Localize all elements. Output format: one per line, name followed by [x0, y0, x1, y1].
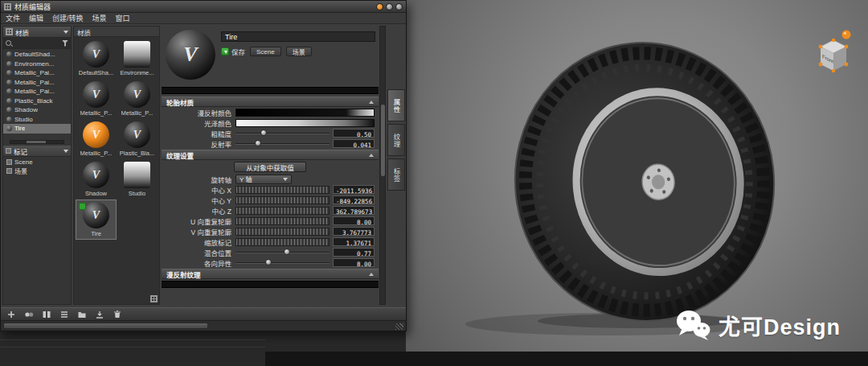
close-button[interactable]: [395, 3, 403, 10]
menu-item-1[interactable]: 编辑: [29, 13, 43, 23]
slider-track[interactable]: [235, 249, 330, 257]
param-label: 混合位置: [162, 248, 235, 257]
slider-handle[interactable]: [260, 130, 267, 136]
slider-handle[interactable]: [265, 259, 272, 265]
window-icon: [4, 3, 11, 10]
slider-handle[interactable]: [284, 249, 290, 255]
material-list-item[interactable]: Environmen...: [3, 60, 71, 69]
param-row: 旋转轴Y 轴: [162, 174, 379, 184]
tag-name: Scene: [14, 158, 33, 166]
import-icon[interactable]: [95, 310, 104, 319]
material-list-item[interactable]: Plastic_Black: [3, 97, 71, 106]
thumbnail-label: DefaultSha...: [79, 69, 113, 76]
tick-slider[interactable]: [235, 196, 330, 204]
material-list-item[interactable]: Metallic_Pai...: [3, 87, 71, 97]
menu-item-3[interactable]: 场景: [92, 13, 107, 23]
param-value-field[interactable]: 362.789673: [333, 206, 375, 215]
list-icon[interactable]: [59, 310, 69, 319]
scene-type-badge[interactable]: Scene: [250, 47, 281, 56]
slider-track[interactable]: [235, 140, 330, 148]
add-icon[interactable]: [6, 310, 16, 319]
tick-slider[interactable]: [235, 207, 330, 215]
slider-handle[interactable]: [255, 140, 261, 146]
param-value-field[interactable]: 8.00: [333, 258, 375, 267]
help-button[interactable]: [376, 3, 383, 10]
grid-view-icon[interactable]: [150, 295, 158, 302]
material-thumbnail[interactable]: VTire: [76, 200, 116, 239]
param-value-field[interactable]: 3.767773: [333, 227, 375, 236]
diffuse-color-bar[interactable]: [235, 109, 375, 117]
side-tab-1[interactable]: 纹理: [387, 124, 405, 156]
tags-header[interactable]: 标记: [3, 146, 71, 157]
section-diffuse-texture[interactable]: 漫反射纹理: [162, 269, 379, 279]
param-value-field[interactable]: 0.50: [333, 129, 375, 138]
filter-icon[interactable]: [62, 40, 68, 47]
slider-track[interactable]: [235, 130, 330, 138]
menu-item-0[interactable]: 文件: [6, 13, 20, 23]
thumbnail-grid: VDefaultSha...Environme...VMetallic_P...…: [74, 37, 159, 304]
viewport-3d[interactable]: Front 尤可Design: [406, 0, 868, 352]
side-tab-0[interactable]: 属性: [387, 89, 405, 121]
delete-icon[interactable]: [113, 310, 122, 319]
horizontal-scrollbar[interactable]: [1, 320, 406, 331]
material-thumbnail[interactable]: VDefaultSha...: [76, 39, 116, 78]
slider-track[interactable]: [235, 259, 330, 267]
param-value-field[interactable]: 8.00: [333, 216, 375, 225]
material-list-item[interactable]: Tire: [3, 124, 71, 134]
folder-add-icon[interactable]: [77, 310, 87, 319]
axis-dropdown[interactable]: Y 轴: [235, 175, 292, 184]
param-value-field[interactable]: 1.37671: [333, 237, 375, 246]
tick-slider[interactable]: [235, 217, 330, 225]
splitter-handle[interactable]: [27, 141, 46, 143]
material-name-input[interactable]: [221, 31, 375, 42]
section-tire-material[interactable]: 轮胎材质: [162, 97, 379, 107]
material-thumbnail[interactable]: Studio: [117, 160, 157, 199]
param-value-field[interactable]: 0.041: [333, 139, 375, 148]
tick-slider[interactable]: [235, 186, 330, 194]
search-input[interactable]: [13, 39, 60, 47]
menu-item-2[interactable]: 创建/转换: [52, 13, 84, 23]
tick-slider[interactable]: [235, 238, 330, 246]
material-thumbnail[interactable]: VPlastic_Bla...: [117, 120, 157, 158]
gloss-color-bar[interactable]: [235, 119, 375, 127]
param-value-field[interactable]: -849.22856: [333, 195, 375, 204]
material-thumbnail[interactable]: VMetallic_P...: [76, 80, 116, 118]
material-list-item[interactable]: Metallic_Pai...: [3, 68, 71, 78]
tag-list-item[interactable]: 场景: [3, 167, 71, 175]
window-toolbar: [1, 307, 406, 320]
section-texture-settings[interactable]: 纹理设置: [162, 150, 379, 160]
window-titlebar[interactable]: 材质编辑器: [1, 1, 406, 13]
material-list-item[interactable]: Studio: [3, 115, 71, 125]
get-from-object-button[interactable]: 从对象中获取值: [234, 162, 306, 172]
param-label: 中心 Y: [162, 195, 235, 205]
material-list-item[interactable]: DefaultShad...: [3, 50, 71, 60]
material-name: Shadow: [14, 106, 38, 113]
view-gizmo[interactable]: Front: [809, 27, 858, 79]
hscroll-handle[interactable]: [3, 323, 208, 329]
menu-item-4[interactable]: 窗口: [116, 13, 130, 23]
scrollbar-handle[interactable]: [381, 105, 385, 177]
material-list-item[interactable]: Metallic_Pai...: [3, 78, 71, 88]
scene-tag-badge[interactable]: 场景: [286, 47, 312, 56]
columns-icon[interactable]: [42, 310, 51, 319]
save-icon: [221, 47, 229, 56]
material-list-item[interactable]: Shadow: [3, 105, 71, 115]
tag-list-item[interactable]: Scene: [3, 158, 71, 167]
param-value-field[interactable]: -2011.5936: [333, 185, 375, 194]
tick-slider[interactable]: [235, 228, 330, 236]
material-thumbnail[interactable]: VMetallic_P...: [76, 120, 116, 158]
material-ball-icon: [6, 107, 12, 113]
save-button[interactable]: 保存: [221, 47, 245, 56]
side-tab-2[interactable]: 标签: [387, 158, 405, 191]
panel-splitter[interactable]: [3, 138, 71, 146]
param-value-field[interactable]: 0.77: [333, 248, 375, 257]
minimize-button[interactable]: [386, 3, 393, 10]
swatch-icon[interactable]: [24, 310, 34, 319]
library-header[interactable]: 材质: [3, 27, 71, 38]
resize-grip[interactable]: [395, 323, 403, 330]
properties-scrollbar[interactable]: [379, 26, 386, 305]
scene-tag-icon: [6, 168, 12, 174]
material-thumbnail[interactable]: VShadow: [76, 160, 116, 199]
material-thumbnail[interactable]: Environme...: [117, 39, 157, 78]
material-thumbnail[interactable]: VMetallic_P...: [117, 80, 157, 118]
